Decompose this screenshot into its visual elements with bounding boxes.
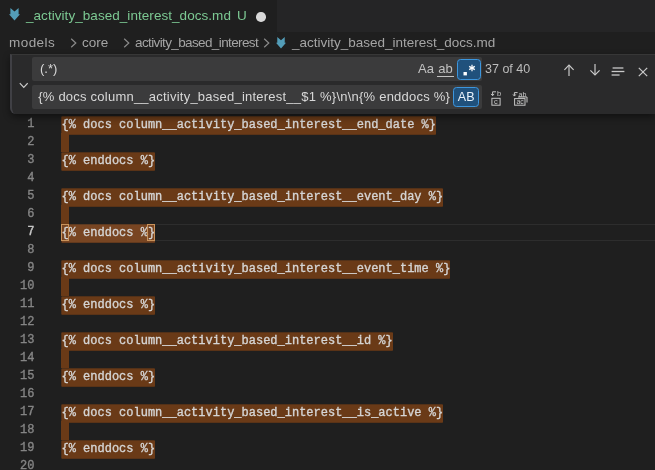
- svg-text:ac: ac: [516, 98, 524, 105]
- svg-text:c: c: [494, 97, 498, 106]
